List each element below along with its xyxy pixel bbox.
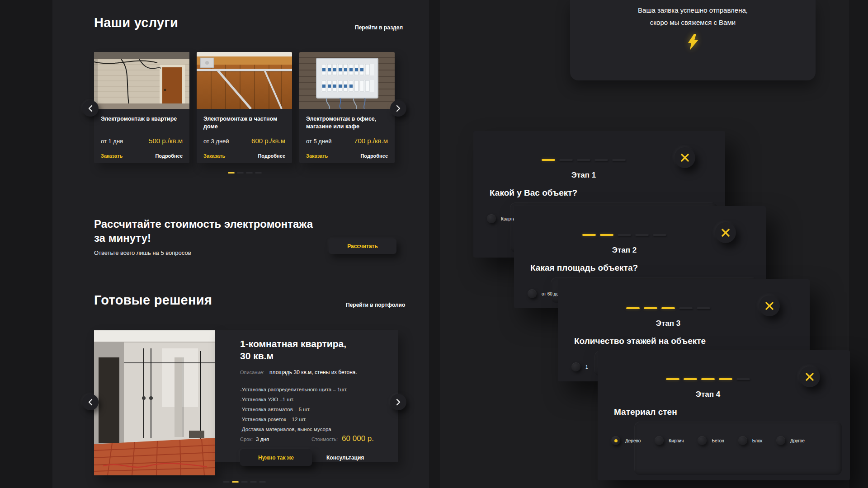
modal-header: Этап 2 [582, 234, 666, 255]
radio-option[interactable]: от 60 до [528, 289, 559, 298]
portfolio-card: 1-комнатная квартира, 30 кв.м Описание: … [215, 330, 398, 462]
stage-progress [582, 234, 666, 236]
card-links: Заказать Подробнее [203, 153, 285, 159]
services-carousel-prev-button[interactable] [82, 100, 99, 117]
radio-button[interactable] [571, 362, 580, 371]
radio-label: Бетон [712, 438, 724, 443]
radio-button[interactable] [528, 289, 537, 298]
radio-button[interactable] [655, 436, 664, 445]
radio-option[interactable]: 1 [571, 362, 588, 371]
services-carousel: Электромонтаж в квартире от 1 дня 500 р.… [94, 52, 395, 163]
stage-progress [626, 307, 710, 309]
details-button[interactable]: Подробнее [155, 153, 183, 159]
quiz-modal-stage-4: Этап 4 Материал стен Дерево Кирпич [598, 350, 850, 480]
work-items-list: -Установка распределительного щита – 1шт… [240, 385, 348, 434]
portfolio-carousel-prev-button[interactable] [82, 394, 99, 410]
breaker-panel-image [299, 52, 395, 109]
quiz-question: Материал стен [614, 407, 677, 417]
dash-indicator[interactable] [255, 172, 262, 174]
chevron-left-icon [88, 105, 93, 112]
card-links: Заказать Подробнее [101, 153, 183, 159]
services-carousel-pagination[interactable] [228, 172, 262, 174]
portfolio-title-line1: 1-комнатная квартира, [240, 338, 346, 350]
dash-indicator [661, 307, 675, 309]
portfolio-photo [94, 330, 215, 475]
close-button[interactable] [675, 147, 695, 168]
dash-indicator [666, 378, 679, 380]
modal-header: Этап 4 [666, 378, 750, 399]
dash-indicator [594, 159, 608, 161]
options-row: Дерево Кирпич Бетон Блок Другое [611, 436, 805, 445]
portfolio-carousel-next-button[interactable] [390, 394, 406, 410]
close-button[interactable] [715, 222, 736, 243]
radio-label: Кирпич [669, 438, 684, 443]
dash-indicator [635, 234, 649, 236]
close-button[interactable] [759, 296, 780, 316]
dash-indicator[interactable] [241, 481, 248, 483]
radio-option[interactable]: Дерево [611, 436, 641, 445]
dash-indicator [701, 378, 715, 380]
details-button[interactable]: Подробнее [258, 153, 285, 159]
radio-button[interactable] [698, 436, 707, 445]
close-icon [680, 153, 690, 163]
dash-indicator [612, 159, 626, 161]
dash-indicator[interactable] [223, 481, 230, 483]
calculate-button[interactable]: Рассчитать [329, 239, 396, 254]
portfolio-carousel-pagination[interactable] [223, 481, 266, 483]
dash-indicator [559, 159, 573, 161]
close-button[interactable] [799, 366, 820, 387]
term-label: Срок: [240, 436, 253, 442]
dash-indicator[interactable] [237, 172, 244, 174]
dash-indicator[interactable] [228, 172, 235, 174]
radio-button[interactable] [776, 436, 785, 445]
portfolio-card-title: 1-комнатная квартира, 30 кв.м [240, 338, 346, 362]
radio-label: 1 [585, 365, 588, 370]
options-row: Квартир [487, 214, 518, 223]
order-button[interactable]: Заказать [203, 153, 225, 159]
radio-label: Блок [752, 438, 762, 443]
services-heading: Наши услуги [94, 15, 178, 30]
services-carousel-next-button[interactable] [390, 100, 406, 117]
radio-option[interactable]: Квартир [487, 214, 518, 223]
dash-indicator [542, 159, 555, 161]
price-row: от 3 дней 600 р./кв.м [203, 137, 285, 145]
quiz-question: Какой у Вас объект? [490, 188, 577, 198]
dash-indicator [618, 234, 631, 236]
portfolio-meta-row: Срок: 3 дня Стоимость: 60 000 р. [240, 434, 376, 443]
toast-line1: Ваша заявка успешно отправлена, [570, 4, 816, 16]
radio-option[interactable]: Бетон [698, 436, 724, 445]
work-item: -Установка УЗО –1 шт. [240, 394, 348, 404]
consultation-button[interactable]: Консультация [326, 449, 364, 466]
service-price: 700 р./кв.м [354, 137, 388, 145]
success-toast: Ваша заявка успешно отправлена, скоро мы… [570, 0, 816, 80]
service-card-body: Электромонтаж в частном доме от 3 дней 6… [197, 109, 292, 163]
card-links: Заказать Подробнее [306, 153, 388, 159]
radio-option[interactable]: Кирпич [655, 436, 684, 445]
order-button[interactable]: Заказать [306, 153, 328, 159]
details-button[interactable]: Подробнее [360, 153, 388, 159]
dash-indicator [679, 307, 693, 309]
calculator-heading: Рассчитайте стоимость электромонтажа за … [94, 217, 313, 245]
dash-indicator[interactable] [232, 481, 239, 483]
services-section-link[interactable]: Перейти в раздел [355, 24, 403, 31]
stage-progress [666, 378, 750, 380]
dash-indicator[interactable] [246, 172, 253, 174]
dash-indicator[interactable] [259, 481, 266, 483]
radio-option[interactable]: Блок [738, 436, 762, 445]
calculator-heading-line2: за минуту! [94, 231, 313, 245]
order-button[interactable]: Заказать [101, 153, 123, 159]
radio-button[interactable] [487, 214, 496, 223]
portfolio-section-link[interactable]: Перейти в портфолио [346, 302, 405, 308]
dash-indicator [697, 307, 710, 309]
stage-label: Этап 2 [612, 246, 637, 255]
description-value: площадь 30 кв.м, стены из бетона. [269, 369, 357, 375]
radio-button[interactable] [611, 436, 620, 445]
chevron-right-icon [396, 399, 401, 406]
description-label: Описание: [240, 370, 264, 375]
dash-indicator[interactable] [250, 481, 257, 483]
work-item: -Доставка материалов, вынос мусора [240, 424, 348, 434]
service-card-apartment: Электромонтаж в квартире от 1 дня 500 р.… [94, 52, 189, 163]
radio-button[interactable] [738, 436, 747, 445]
need-same-button[interactable]: Нужно так же [240, 449, 312, 466]
radio-option[interactable]: Другое [776, 436, 805, 445]
